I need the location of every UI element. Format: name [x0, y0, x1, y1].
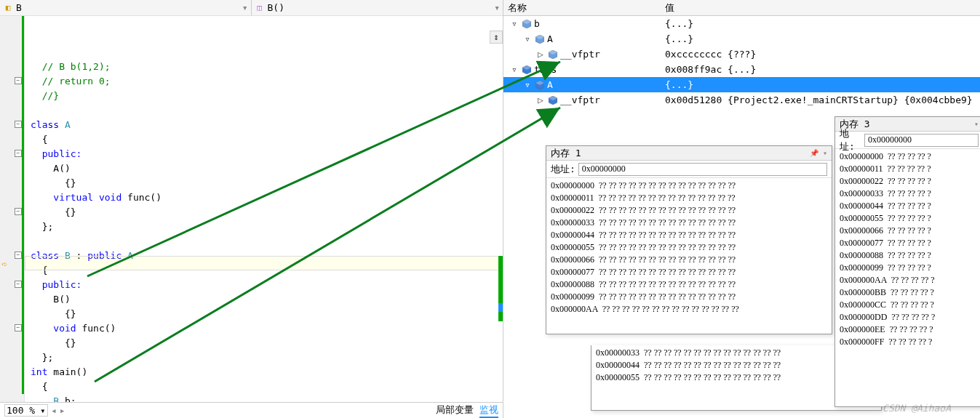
debug-pane: 名称 值 ▿b{...}▿A{...}▷__vfptr0xcccccccc {?… — [503, 0, 980, 418]
object-icon — [549, 96, 557, 105]
watch-row[interactable]: ▷__vfptr0xcccccccc {???} — [503, 47, 980, 62]
editor-pane: ◧ B ▾ ◫ B() ▾ ➪ − − − − − − − — [0, 0, 503, 418]
memory3-address-input[interactable] — [864, 134, 979, 147]
watch-rows: ▿b{...}▿A{...}▷__vfptr0xcccccccc {???}▿t… — [503, 16, 980, 108]
watch-value: {...} — [661, 18, 980, 29]
expand-toggle-icon[interactable]: ▿ — [509, 64, 519, 75]
member-text: B() — [268, 2, 284, 13]
nav-next-icon[interactable]: ▸ — [60, 405, 65, 416]
watch-header: 名称 值 — [503, 0, 980, 16]
memory3-body[interactable]: 0x00000000 ?? ?? ?? ?? ? 0x00000011 ?? ?… — [835, 149, 980, 406]
watch-name: __vfptr — [560, 95, 600, 105]
chevron-down-icon: ▾ — [242, 2, 248, 13]
code-line[interactable]: void func() — [31, 321, 503, 336]
scope-selector[interactable]: ◧ B ▾ — [0, 0, 252, 15]
expand-toggle-icon[interactable]: ▷ — [535, 49, 546, 60]
code-line[interactable]: B() — [31, 292, 503, 307]
code-area[interactable]: ➪ − − − − − − − // B b(1,2); // return 0… — [0, 16, 503, 402]
code-line[interactable] — [31, 103, 503, 118]
addr-label: 地址: — [551, 163, 575, 176]
collapse-updown-icon[interactable]: ⇕ — [490, 31, 503, 44]
object-icon — [535, 81, 544, 89]
expand-toggle-icon[interactable]: ▿ — [522, 33, 533, 44]
code-line[interactable]: public: — [31, 278, 503, 292]
watch-name: A — [547, 33, 553, 44]
code-line[interactable]: { — [31, 132, 503, 147]
code-line[interactable]: {} — [31, 205, 503, 220]
code-line[interactable]: // return 0; — [31, 74, 503, 89]
code-line[interactable]: }; — [31, 350, 503, 365]
watch-row[interactable]: ▿b{...} — [503, 16, 980, 31]
watch-name: __vfptr — [560, 49, 600, 60]
fold-toggle[interactable]: − — [15, 252, 22, 259]
fold-toggle[interactable]: − — [15, 121, 22, 128]
variable-icon — [522, 20, 531, 28]
nav-prev-icon[interactable]: ◂ — [51, 405, 57, 416]
watch-row[interactable]: ▷__vfptr0x00d51280 {Project2.exe!_mainCR… — [503, 92, 980, 108]
chevron-down-icon: ▾ — [494, 2, 500, 13]
fold-toggle[interactable]: − — [15, 77, 22, 84]
class-icon: ◧ — [3, 3, 13, 13]
variable-icon — [549, 50, 557, 59]
gutter: ➪ − − − − − − − — [0, 16, 25, 402]
scope-text: B — [16, 2, 22, 13]
code-line[interactable]: virtual void func() — [31, 190, 503, 205]
memory-window-3[interactable]: 内存 3▾ 地址: 0x00000000 ?? ?? ?? ?? ? 0x000… — [834, 116, 980, 407]
tab-watch[interactable]: 监视 — [479, 403, 498, 418]
memory1-address-input[interactable] — [578, 163, 827, 176]
code-line[interactable]: }; — [31, 220, 503, 234]
fold-toggle[interactable]: − — [15, 150, 22, 157]
code-line[interactable]: {} — [31, 307, 503, 321]
watch-value: 0x00d51280 {Project2.exe!_mainCRTStartup… — [661, 95, 980, 105]
watch-name: b — [534, 18, 540, 29]
bottom-tabs: 局部变量 监视 — [436, 403, 498, 418]
watch-value: {...} — [661, 33, 980, 44]
code-line[interactable]: // B b(1,2); — [31, 60, 503, 74]
watch-row[interactable]: ▿this0x008ff9ac {...} — [503, 62, 980, 77]
expand-toggle-icon[interactable]: ▿ — [522, 79, 533, 90]
col-name: 名称 — [503, 0, 661, 15]
expand-toggle-icon[interactable]: ▿ — [509, 18, 519, 29]
pin-icon[interactable]: ▾ — [974, 117, 979, 132]
code-line[interactable]: B b; — [31, 394, 503, 402]
watch-value: 0xcccccccc {???} — [661, 49, 980, 60]
variable-icon — [535, 35, 544, 44]
watch-row[interactable]: ▿A{...} — [503, 31, 980, 47]
status-bar: 100 % ▾ ◂ ▸ 局部变量 监视 — [0, 402, 503, 418]
memory1-title: 内存 1 — [551, 146, 581, 161]
watch-name: A — [547, 79, 553, 90]
method-icon: ◫ — [255, 3, 265, 13]
tab-locals[interactable]: 局部变量 — [436, 403, 474, 418]
code-line[interactable]: A() — [31, 161, 503, 176]
watch-value: 0x008ff9ac {...} — [661, 64, 980, 75]
watch-name: this — [534, 64, 557, 75]
zoom-selector[interactable]: 100 % ▾ — [4, 404, 48, 417]
code-line[interactable]: {} — [31, 336, 503, 350]
fold-toggle[interactable]: − — [15, 324, 22, 331]
code-line[interactable]: public: — [31, 147, 503, 161]
code-line[interactable]: { — [31, 379, 503, 394]
code-line[interactable] — [31, 234, 503, 249]
col-value: 值 — [661, 0, 980, 15]
code-line[interactable]: class A — [31, 118, 503, 132]
object-icon — [522, 65, 531, 74]
member-selector[interactable]: ◫ B() ▾ — [252, 0, 503, 15]
memory-window-1[interactable]: 内存 1📌 ▾ 地址: 0x00000000 ?? ?? ?? ?? ?? ??… — [546, 145, 832, 334]
pin-icon[interactable]: 📌 ▾ — [810, 146, 827, 161]
fold-toggle[interactable]: − — [15, 281, 22, 288]
code-line[interactable]: {} — [31, 176, 503, 190]
code-line[interactable]: //} — [31, 89, 503, 103]
watermark: CSDN @AihaoA — [883, 403, 951, 414]
expand-toggle-icon[interactable]: ▷ — [535, 95, 546, 105]
watch-row[interactable]: ▿A{...} — [503, 77, 980, 92]
fold-toggle[interactable]: − — [15, 208, 22, 215]
code-line[interactable]: int main() — [31, 365, 503, 379]
code-lines[interactable]: // B b(1,2); // return 0; //} class A { … — [25, 16, 503, 402]
memory1-body[interactable]: 0x00000000 ?? ?? ?? ?? ?? ?? ?? ?? ?? ??… — [546, 178, 832, 334]
watch-value: {...} — [661, 79, 980, 90]
navigation-bar: ◧ B ▾ ◫ B() ▾ — [0, 0, 503, 16]
current-line-arrow-icon: ➪ — [1, 258, 12, 268]
